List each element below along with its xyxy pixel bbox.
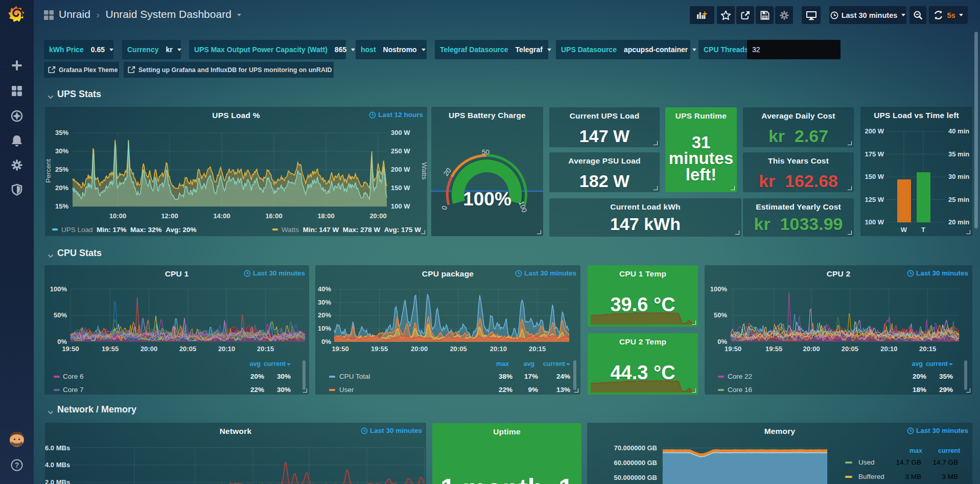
svg-text:?: ? (15, 461, 19, 469)
